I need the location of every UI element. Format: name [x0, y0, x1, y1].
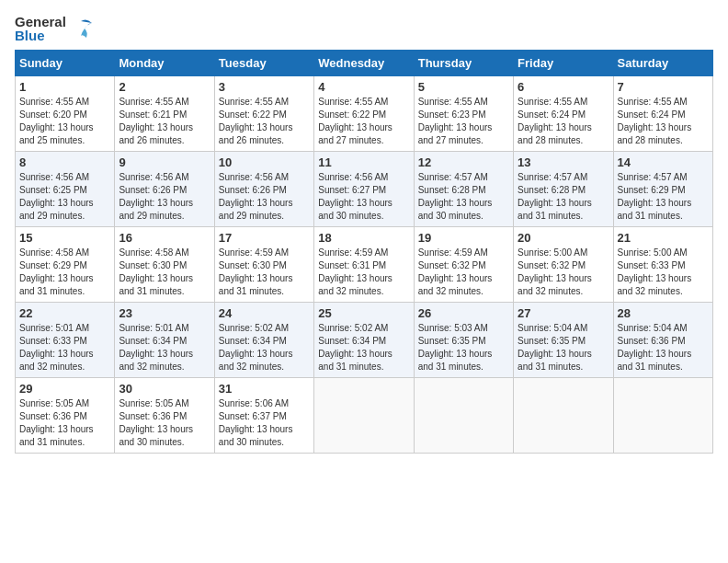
- day-number: 13: [518, 155, 609, 169]
- calendar-cell: [314, 378, 414, 454]
- day-number: 24: [219, 306, 310, 320]
- calendar-cell: 30Sunrise: 5:05 AMSunset: 6:36 PMDayligh…: [115, 378, 214, 454]
- day-info: Sunrise: 4:58 AMSunset: 6:29 PMDaylight:…: [19, 247, 110, 298]
- day-number: 30: [119, 382, 210, 396]
- day-info: Sunrise: 5:00 AMSunset: 6:33 PMDaylight:…: [618, 247, 709, 298]
- day-info: Sunrise: 5:00 AMSunset: 6:32 PMDaylight:…: [518, 247, 609, 298]
- day-number: 8: [19, 155, 110, 169]
- day-info: Sunrise: 5:03 AMSunset: 6:35 PMDaylight:…: [418, 322, 509, 373]
- calendar-cell: [514, 378, 613, 454]
- calendar-cell: 31Sunrise: 5:06 AMSunset: 6:37 PMDayligh…: [214, 378, 313, 454]
- logo-bird-icon: [68, 16, 94, 41]
- day-number: 16: [119, 231, 210, 245]
- calendar-cell: 2Sunrise: 4:55 AMSunset: 6:21 PMDaylight…: [115, 76, 214, 152]
- day-number: 17: [219, 231, 310, 245]
- weekday-header: Wednesday: [314, 51, 414, 76]
- logo-blue: Blue: [15, 29, 66, 42]
- day-info: Sunrise: 4:56 AMSunset: 6:26 PMDaylight:…: [119, 171, 210, 223]
- calendar-week-row: 8Sunrise: 4:56 AMSunset: 6:25 PMDaylight…: [16, 152, 713, 227]
- calendar-cell: 7Sunrise: 4:55 AMSunset: 6:24 PMDaylight…: [613, 76, 712, 152]
- day-info: Sunrise: 5:01 AMSunset: 6:34 PMDaylight:…: [119, 322, 210, 373]
- day-number: 3: [219, 80, 310, 94]
- day-number: 5: [418, 80, 509, 94]
- calendar-week-row: 15Sunrise: 4:58 AMSunset: 6:29 PMDayligh…: [16, 227, 713, 303]
- calendar-week-row: 1Sunrise: 4:55 AMSunset: 6:20 PMDaylight…: [16, 76, 713, 152]
- weekday-header: Thursday: [414, 51, 513, 76]
- calendar-cell: 20Sunrise: 5:00 AMSunset: 6:32 PMDayligh…: [514, 227, 613, 303]
- calendar-cell: 8Sunrise: 4:56 AMSunset: 6:25 PMDaylight…: [16, 152, 115, 227]
- day-number: 1: [19, 80, 110, 94]
- calendar-cell: 26Sunrise: 5:03 AMSunset: 6:35 PMDayligh…: [414, 303, 513, 378]
- day-info: Sunrise: 4:55 AMSunset: 6:24 PMDaylight:…: [618, 96, 709, 147]
- day-info: Sunrise: 5:04 AMSunset: 6:36 PMDaylight:…: [618, 322, 709, 373]
- calendar-cell: 12Sunrise: 4:57 AMSunset: 6:28 PMDayligh…: [414, 152, 513, 227]
- calendar-cell: 10Sunrise: 4:56 AMSunset: 6:26 PMDayligh…: [214, 152, 313, 227]
- day-info: Sunrise: 5:05 AMSunset: 6:36 PMDaylight:…: [119, 397, 210, 449]
- calendar-cell: 13Sunrise: 4:57 AMSunset: 6:28 PMDayligh…: [514, 152, 613, 227]
- day-info: Sunrise: 4:57 AMSunset: 6:28 PMDaylight:…: [418, 171, 509, 223]
- logo: General Blue: [15, 15, 94, 42]
- calendar-cell: 16Sunrise: 4:58 AMSunset: 6:30 PMDayligh…: [115, 227, 214, 303]
- calendar-week-row: 22Sunrise: 5:01 AMSunset: 6:33 PMDayligh…: [16, 303, 713, 378]
- day-info: Sunrise: 5:02 AMSunset: 6:34 PMDaylight:…: [219, 322, 310, 373]
- day-info: Sunrise: 4:55 AMSunset: 6:22 PMDaylight:…: [318, 96, 409, 147]
- calendar-cell: 23Sunrise: 5:01 AMSunset: 6:34 PMDayligh…: [115, 303, 214, 378]
- day-info: Sunrise: 4:56 AMSunset: 6:27 PMDaylight:…: [318, 171, 409, 223]
- logo-container: General Blue: [15, 15, 94, 42]
- calendar-cell: 5Sunrise: 4:55 AMSunset: 6:23 PMDaylight…: [414, 76, 513, 152]
- day-number: 19: [418, 231, 509, 245]
- day-info: Sunrise: 4:58 AMSunset: 6:30 PMDaylight:…: [119, 247, 210, 298]
- day-info: Sunrise: 5:02 AMSunset: 6:34 PMDaylight:…: [318, 322, 409, 373]
- calendar-cell: 18Sunrise: 4:59 AMSunset: 6:31 PMDayligh…: [314, 227, 414, 303]
- day-info: Sunrise: 4:59 AMSunset: 6:31 PMDaylight:…: [318, 247, 409, 298]
- day-info: Sunrise: 4:59 AMSunset: 6:30 PMDaylight:…: [219, 247, 310, 298]
- calendar-cell: 19Sunrise: 4:59 AMSunset: 6:32 PMDayligh…: [414, 227, 513, 303]
- day-number: 7: [618, 80, 709, 94]
- calendar-cell: 29Sunrise: 5:05 AMSunset: 6:36 PMDayligh…: [16, 378, 115, 454]
- day-number: 11: [318, 155, 409, 169]
- calendar-cell: 24Sunrise: 5:02 AMSunset: 6:34 PMDayligh…: [214, 303, 313, 378]
- calendar-cell: 3Sunrise: 4:55 AMSunset: 6:22 PMDaylight…: [214, 76, 313, 152]
- day-number: 28: [618, 306, 709, 320]
- weekday-header: Tuesday: [214, 51, 313, 76]
- calendar-cell: [414, 378, 513, 454]
- day-number: 2: [119, 80, 210, 94]
- calendar-cell: 22Sunrise: 5:01 AMSunset: 6:33 PMDayligh…: [16, 303, 115, 378]
- calendar-header-row: SundayMondayTuesdayWednesdayThursdayFrid…: [16, 51, 713, 76]
- day-number: 29: [19, 382, 110, 396]
- day-number: 26: [418, 306, 509, 320]
- day-info: Sunrise: 5:01 AMSunset: 6:33 PMDaylight:…: [19, 322, 110, 373]
- calendar-table: SundayMondayTuesdayWednesdayThursdayFrid…: [15, 50, 713, 454]
- weekday-header: Sunday: [16, 51, 115, 76]
- calendar-cell: 17Sunrise: 4:59 AMSunset: 6:30 PMDayligh…: [214, 227, 313, 303]
- calendar-cell: 4Sunrise: 4:55 AMSunset: 6:22 PMDaylight…: [314, 76, 414, 152]
- calendar-cell: 15Sunrise: 4:58 AMSunset: 6:29 PMDayligh…: [16, 227, 115, 303]
- calendar-cell: 1Sunrise: 4:55 AMSunset: 6:20 PMDaylight…: [16, 76, 115, 152]
- day-number: 25: [318, 306, 409, 320]
- logo-general: General: [15, 15, 66, 29]
- day-info: Sunrise: 4:56 AMSunset: 6:26 PMDaylight:…: [219, 171, 310, 223]
- day-number: 20: [518, 231, 609, 245]
- day-number: 23: [119, 306, 210, 320]
- calendar-cell: 9Sunrise: 4:56 AMSunset: 6:26 PMDaylight…: [115, 152, 214, 227]
- day-info: Sunrise: 4:59 AMSunset: 6:32 PMDaylight:…: [418, 247, 509, 298]
- calendar-cell: 14Sunrise: 4:57 AMSunset: 6:29 PMDayligh…: [613, 152, 712, 227]
- day-info: Sunrise: 4:57 AMSunset: 6:28 PMDaylight:…: [518, 171, 609, 223]
- day-number: 6: [518, 80, 609, 94]
- day-number: 4: [318, 80, 409, 94]
- day-number: 10: [219, 155, 310, 169]
- day-number: 12: [418, 155, 509, 169]
- day-number: 18: [318, 231, 409, 245]
- page-header: General Blue: [15, 15, 713, 42]
- weekday-header: Monday: [115, 51, 214, 76]
- day-info: Sunrise: 4:55 AMSunset: 6:20 PMDaylight:…: [19, 96, 110, 147]
- calendar-week-row: 29Sunrise: 5:05 AMSunset: 6:36 PMDayligh…: [16, 378, 713, 454]
- day-info: Sunrise: 4:55 AMSunset: 6:21 PMDaylight:…: [119, 96, 210, 147]
- calendar-cell: 21Sunrise: 5:00 AMSunset: 6:33 PMDayligh…: [613, 227, 712, 303]
- calendar-cell: 25Sunrise: 5:02 AMSunset: 6:34 PMDayligh…: [314, 303, 414, 378]
- day-number: 9: [119, 155, 210, 169]
- day-info: Sunrise: 5:04 AMSunset: 6:35 PMDaylight:…: [518, 322, 609, 373]
- day-number: 27: [518, 306, 609, 320]
- weekday-header: Saturday: [613, 51, 712, 76]
- day-number: 21: [618, 231, 709, 245]
